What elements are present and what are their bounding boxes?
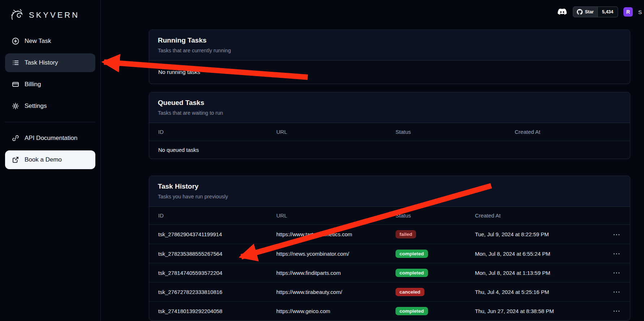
task-id-cell: tsk_278147405593572204 bbox=[158, 270, 276, 276]
status-badge: completed bbox=[396, 307, 428, 315]
running-tasks-empty-message: No running tasks bbox=[149, 61, 630, 84]
sidebar-item-new-task[interactable]: New Task bbox=[5, 32, 95, 50]
running-tasks-header: Running Tasks Tasks that are currently r… bbox=[149, 30, 630, 61]
task-created-cell: Mon, Jul 8, 2024 at 1:13:59 PM bbox=[475, 270, 601, 276]
sidebar-item-label: API Documentation bbox=[25, 135, 77, 142]
sidebar-item-api-documentation[interactable]: API Documentation bbox=[5, 129, 95, 148]
sidebar: SKYVERN New Task Task History Billing bbox=[0, 0, 101, 321]
column-header-url: URL bbox=[276, 129, 396, 135]
main-content: Running Tasks Tasks that are currently r… bbox=[149, 0, 630, 321]
sidebar-item-label: Task History bbox=[25, 59, 58, 66]
github-star-label: Star bbox=[585, 9, 593, 14]
user-avatar[interactable]: R bbox=[623, 7, 633, 17]
column-header-id: ID bbox=[158, 212, 276, 219]
task-id-cell: tsk_278629043741199914 bbox=[158, 231, 276, 237]
link-icon bbox=[12, 134, 20, 142]
task-url-cell: https://news.ycombinator.com/ bbox=[276, 251, 396, 257]
sidebar-item-billing[interactable]: Billing bbox=[5, 75, 95, 94]
table-row[interactable]: tsk_278147405593572204 https://www.findi… bbox=[149, 263, 630, 282]
book-a-demo-label: Book a Demo bbox=[25, 156, 62, 163]
task-url-cell: https://www.finditparts.com bbox=[276, 270, 396, 276]
brand-logo: SKYVERN bbox=[0, 5, 100, 24]
github-star-widget[interactable]: Star 5,434 bbox=[573, 6, 618, 17]
table-row[interactable]: tsk_276727822333810816 https://www.tirab… bbox=[149, 282, 630, 301]
row-actions-menu-button[interactable]: ⋯ bbox=[601, 269, 621, 276]
queued-tasks-card: Queued Tasks Tasks that are waiting to r… bbox=[149, 92, 630, 159]
external-link-icon bbox=[12, 156, 20, 164]
gear-icon bbox=[12, 102, 20, 110]
skyvern-dragon-icon bbox=[9, 7, 25, 23]
sidebar-item-label: Billing bbox=[25, 81, 41, 88]
column-header-created-at: Created At bbox=[475, 212, 601, 219]
sidebar-divider bbox=[5, 122, 95, 122]
row-actions-menu-button[interactable]: ⋯ bbox=[601, 288, 621, 295]
task-history-subtitle: Tasks you have run previously bbox=[158, 193, 621, 200]
queued-tasks-title: Queued Tasks bbox=[158, 98, 621, 107]
queued-table-header: ID URL Status Created At bbox=[149, 123, 630, 141]
running-tasks-title: Running Tasks bbox=[158, 36, 621, 45]
queued-tasks-empty-message: No queued tasks bbox=[149, 141, 630, 159]
sidebar-nav: New Task Task History Billing Settings bbox=[0, 32, 100, 115]
history-table-header: ID URL Status Created At bbox=[149, 207, 630, 225]
brand-name: SKYVERN bbox=[29, 10, 79, 20]
sidebar-item-task-history[interactable]: Task History bbox=[5, 53, 95, 72]
task-history-card: Task History Tasks you have run previous… bbox=[149, 176, 630, 321]
github-star-button[interactable]: Star bbox=[573, 6, 597, 17]
column-header-status: Status bbox=[396, 129, 515, 135]
task-created-cell: Tue, Jul 9, 2024 at 8:22:59 PM bbox=[475, 231, 601, 237]
task-created-cell: Thu, Jun 27, 2024 at 8:38:58 PM bbox=[475, 308, 601, 314]
row-actions-menu-button[interactable]: ⋯ bbox=[601, 250, 621, 257]
book-a-demo-button[interactable]: Book a Demo bbox=[5, 150, 95, 169]
list-icon bbox=[12, 59, 20, 67]
status-badge: failed bbox=[396, 230, 416, 238]
discord-icon[interactable] bbox=[557, 8, 567, 16]
table-row[interactable]: tsk_274180139292204058 https://www.geico… bbox=[149, 301, 630, 320]
sidebar-item-label: New Task bbox=[25, 38, 51, 45]
row-actions-menu-button[interactable]: ⋯ bbox=[601, 231, 621, 238]
task-history-header: Task History Tasks you have run previous… bbox=[149, 176, 630, 207]
row-actions-menu-button[interactable]: ⋯ bbox=[601, 307, 621, 315]
status-badge: completed bbox=[396, 250, 428, 258]
task-url-cell: https://www.geico.com bbox=[276, 308, 396, 314]
task-id-cell: tsk_274180139292204058 bbox=[158, 308, 276, 314]
column-header-created-at: Created At bbox=[515, 129, 621, 135]
status-badge: completed bbox=[396, 269, 428, 277]
column-header-id: ID bbox=[158, 129, 276, 135]
column-header-url: URL bbox=[276, 212, 396, 219]
queued-tasks-header: Queued Tasks Tasks that are waiting to r… bbox=[149, 92, 630, 123]
status-badge: canceled bbox=[396, 288, 424, 296]
credit-card-icon bbox=[12, 80, 20, 88]
username-text: S bbox=[638, 9, 642, 15]
github-star-count[interactable]: 5,434 bbox=[598, 6, 618, 17]
task-url-cell: https://www.tartecosmetics.com bbox=[276, 231, 396, 237]
task-created-cell: Mon, Jul 8, 2024 at 6:55:24 PM bbox=[475, 251, 601, 257]
task-id-cell: tsk_276727822333810816 bbox=[158, 289, 276, 295]
running-tasks-subtitle: Tasks that are currently running bbox=[158, 47, 621, 54]
task-created-cell: Thu, Jul 4, 2024 at 5:25:16 PM bbox=[475, 289, 601, 295]
sidebar-item-settings[interactable]: Settings bbox=[5, 97, 95, 115]
column-header-status: Status bbox=[396, 212, 475, 219]
queued-tasks-subtitle: Tasks that are waiting to run bbox=[158, 109, 621, 116]
task-history-title: Task History bbox=[158, 182, 621, 191]
sidebar-item-label: Settings bbox=[25, 102, 47, 110]
github-icon bbox=[577, 9, 583, 15]
running-tasks-card: Running Tasks Tasks that are currently r… bbox=[149, 30, 630, 84]
task-url-cell: https://www.tirabeauty.com/ bbox=[276, 289, 396, 295]
topbar: Star 5,434 R S bbox=[557, 6, 644, 18]
table-row[interactable]: tsk_278235388555267564 https://news.ycom… bbox=[149, 244, 630, 263]
plus-circle-icon bbox=[12, 37, 20, 45]
task-id-cell: tsk_278235388555267564 bbox=[158, 251, 276, 257]
sidebar-secondary-nav: API Documentation Book a Demo bbox=[0, 129, 100, 169]
table-row[interactable]: tsk_278629043741199914 https://www.tarte… bbox=[149, 225, 630, 244]
